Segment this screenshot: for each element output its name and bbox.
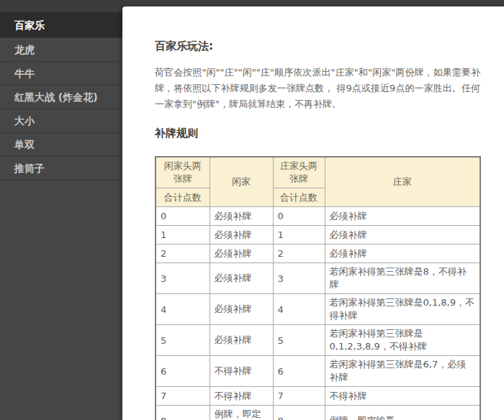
banker-points-cell: 2: [273, 245, 325, 263]
banker-points-cell: 8: [273, 406, 325, 420]
player-rule-cell: 必须补牌: [210, 263, 273, 294]
table-row: 2 必须补牌 2 必须补牌: [156, 245, 480, 263]
banker-rule-cell: 若闲家补得第三张牌是0,1,8,9，不得补牌: [325, 294, 480, 325]
player-rule-cell: 必须补牌: [210, 325, 273, 356]
sidebar-item-3[interactable]: 红黑大战 (炸金花): [0, 86, 122, 109]
banker-points-cell: 5: [273, 325, 325, 356]
header-banker: 庄家: [325, 157, 480, 207]
banker-points-cell: 7: [273, 387, 325, 406]
player-points-cell: 4: [156, 294, 210, 325]
sidebar-item-1[interactable]: 龙虎: [0, 38, 122, 62]
sidebar-item-label: 单双: [14, 139, 35, 150]
banker-rule-cell: 例牌，即定输赢: [325, 406, 480, 420]
banker-rule-cell: 若闲家补得第三张牌是8，不得补牌: [325, 263, 480, 294]
table-header: 闲家头两张牌 闲家 庄家头两张牌 庄家 合计点数 合计点数: [156, 157, 480, 207]
table-row: 6 不得补牌 6 若闲家补得第三张牌是6,7，必须补牌: [156, 356, 480, 387]
header-player-two-cards: 闲家头两张牌: [156, 157, 210, 188]
header-banker-total: 合计点数: [273, 188, 325, 207]
banker-points-cell: 4: [273, 294, 325, 325]
player-points-cell: 1: [156, 226, 210, 245]
banker-points-cell: 6: [273, 356, 325, 387]
table-row: 7 不得补牌 7 不得补牌: [156, 387, 480, 406]
sidebar-item-label: 红黑大战 (炸金花): [14, 91, 98, 103]
banker-rule-cell: 必须补牌: [325, 245, 480, 263]
game-sidebar: 百家乐 龙虎 牛牛 红黑大战 (炸金花) 大小 单双 推筒子: [0, 16, 122, 420]
banker-rule-cell: 必须补牌: [325, 226, 480, 245]
player-points-cell: 6: [156, 356, 210, 387]
player-points-cell: 7: [156, 387, 210, 406]
player-rule-cell: 例牌，即定输赢: [210, 406, 273, 420]
sidebar-item-label: 推筒子: [14, 163, 45, 174]
header-player: 闲家: [210, 157, 273, 207]
player-rule-cell: 必须补牌: [210, 226, 273, 245]
table-row: 0 必须补牌 0 必须补牌: [156, 207, 480, 226]
table-row: 4 必须补牌 4 若闲家补得第三张牌是0,1,8,9，不得补牌: [156, 294, 480, 325]
banker-rule-cell: 若闲家补得第三张牌是6,7，必须补牌: [325, 356, 480, 387]
rules-section-heading: 补牌规则: [155, 127, 504, 140]
banker-rule-cell: 若闲家补得第三张牌是0,1,2,3,8,9，不得补牌: [325, 325, 480, 356]
sidebar-item-4[interactable]: 大小: [0, 109, 122, 133]
banker-points-cell: 0: [273, 207, 325, 226]
banker-rule-cell: 不得补牌: [325, 387, 480, 406]
banker-points-cell: 1: [273, 226, 325, 245]
header-banker-two-cards: 庄家头两张牌: [273, 157, 325, 188]
sidebar-item-label: 龙虎: [14, 44, 35, 55]
player-rule-cell: 不得补牌: [210, 387, 273, 406]
player-rule-cell: 必须补牌: [210, 207, 273, 226]
player-rule-cell: 必须补牌: [210, 294, 273, 325]
sidebar-item-6[interactable]: 推筒子: [0, 157, 122, 181]
banker-rule-cell: 必须补牌: [325, 207, 480, 226]
player-rule-cell: 必须补牌: [210, 245, 273, 263]
rules-description: 荷官会按照"闲""庄""闲""庄"顺序依次派出"庄家"和"闲家"两份牌，如果需要…: [155, 65, 480, 112]
page-title: 百家乐玩法:: [155, 40, 504, 53]
table-row: 1 必须补牌 1 必须补牌: [156, 226, 480, 245]
sidebar-item-label: 大小: [14, 115, 35, 127]
sidebar-item-label: 牛牛: [14, 68, 35, 79]
player-points-cell: 2: [156, 245, 210, 263]
table-row: 5 必须补牌 5 若闲家补得第三张牌是0,1,2,3,8,9，不得补牌: [156, 325, 480, 356]
player-points-cell: 8: [156, 406, 210, 420]
player-rule-cell: 不得补牌: [210, 356, 273, 387]
player-points-cell: 0: [156, 207, 210, 226]
sidebar-item-label: 百家乐: [14, 19, 45, 31]
player-points-cell: 5: [156, 325, 210, 356]
banker-points-cell: 3: [273, 263, 325, 294]
sidebar-item-5[interactable]: 单双: [0, 133, 122, 157]
table-row: 3 必须补牌 3 若闲家补得第三张牌是8，不得补牌: [156, 263, 480, 294]
table-row: 8 例牌，即定输赢 8 例牌，即定输赢: [156, 406, 480, 420]
table-body: 0 必须补牌 0 必须补牌 1 必须补牌 1 必须补牌 2 必须补牌 2 必须补…: [156, 207, 480, 420]
sidebar-item-0[interactable]: 百家乐: [0, 12, 122, 38]
sidebar-item-2[interactable]: 牛牛: [0, 62, 122, 86]
draw-rules-table: 闲家头两张牌 闲家 庄家头两张牌 庄家 合计点数 合计点数 0 必须补牌 0 必…: [155, 156, 481, 420]
player-points-cell: 3: [156, 263, 210, 294]
header-player-total: 合计点数: [156, 188, 210, 207]
content-panel: 百家乐玩法: 荷官会按照"闲""庄""闲""庄"顺序依次派出"庄家"和"闲家"两…: [122, 6, 504, 420]
